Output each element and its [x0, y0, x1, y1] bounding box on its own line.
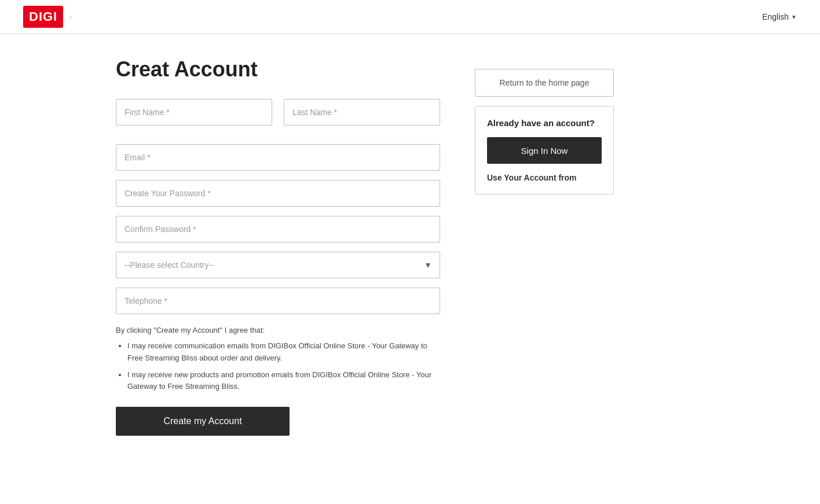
- use-account-text: Use Your Account from: [487, 173, 602, 182]
- registration-form-section: Creat Account --Please select Country-- …: [116, 57, 440, 436]
- first-name-input[interactable]: [116, 99, 272, 126]
- country-select[interactable]: --Please select Country--: [116, 252, 440, 278]
- language-label: English: [762, 12, 789, 21]
- sign-in-button[interactable]: Sign In Now: [487, 137, 602, 164]
- terms-item-2: I may receive new products and promotion…: [127, 369, 440, 393]
- email-input[interactable]: [116, 144, 440, 171]
- terms-intro-text: By clicking "Create my Account" I agree …: [116, 326, 440, 334]
- confirm-password-input[interactable]: [116, 216, 440, 242]
- page-title: Creat Account: [116, 57, 440, 82]
- logo-chevron-icon: ›: [69, 12, 72, 22]
- return-home-button[interactable]: Return to the home page: [475, 69, 614, 97]
- create-account-button[interactable]: Create my Account: [116, 407, 290, 436]
- country-select-wrapper: --Please select Country-- ▼: [116, 252, 440, 278]
- telephone-input[interactable]: [116, 288, 440, 314]
- digi-logo: DIGI: [23, 6, 63, 28]
- already-account-title: Already have an account?: [487, 118, 602, 128]
- name-row: [116, 99, 440, 135]
- header-logo-area: DIGI ›: [23, 6, 72, 28]
- terms-list: I may receive communication emails from …: [116, 340, 440, 393]
- already-have-account-card: Already have an account? Sign In Now Use…: [475, 106, 614, 194]
- language-selector[interactable]: English ▼: [762, 12, 797, 21]
- last-name-input[interactable]: [284, 99, 440, 126]
- create-password-input[interactable]: [116, 180, 440, 207]
- terms-item-1: I may receive communication emails from …: [127, 340, 440, 365]
- sidebar: Return to the home page Already have an …: [475, 57, 614, 436]
- chevron-down-icon: ▼: [791, 14, 797, 20]
